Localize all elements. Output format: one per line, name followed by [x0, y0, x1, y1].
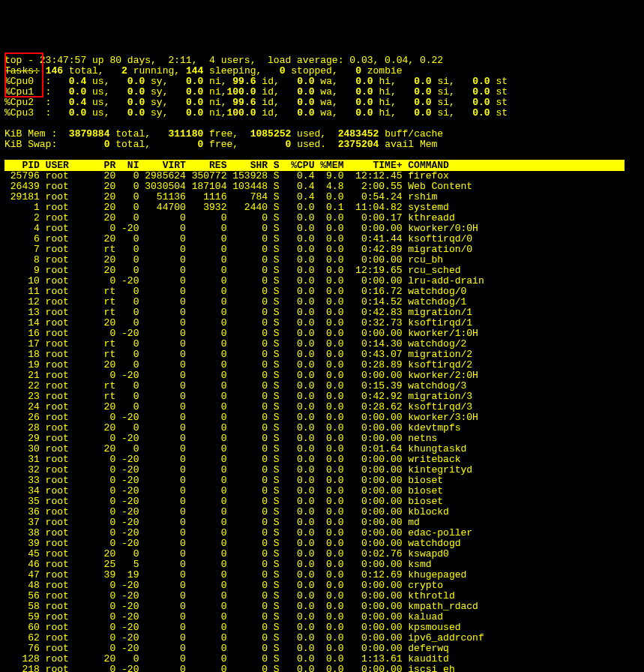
process-row[interactable]: 31 root 0 -20 0 0 0 S 0.0 0.0 0:00.00 wr… [4, 454, 461, 465]
process-row[interactable]: 29 root 0 -20 0 0 0 S 0.0 0.0 0:00.00 ne… [4, 433, 437, 444]
cpu-lines: %Cpu0 : 0.4 us, 0.0 sy, 0.0 ni, 99.6 id,… [4, 76, 640, 118]
terminal[interactable]: top - 23:47:57 up 80 days, 2:11, 4 users… [0, 32, 644, 672]
process-list: 25796 root 20 0 2985624 350772 153928 S … [4, 171, 640, 672]
process-row[interactable]: 34 root 0 -20 0 0 0 S 0.0 0.0 0:00.00 bi… [4, 485, 443, 496]
process-row[interactable]: 56 root 0 -20 0 0 0 S 0.0 0.0 0:00.00 kt… [4, 590, 455, 602]
process-row[interactable]: 26439 root 20 0 3030504 187104 103448 S … [4, 181, 472, 192]
process-row[interactable]: 12 root rt 0 0 0 0 S 0.0 0.0 0:14.52 wat… [4, 296, 466, 308]
process-row[interactable]: 76 root 0 -20 0 0 0 S 0.0 0.0 0:00.00 de… [4, 643, 449, 654]
process-row[interactable]: 62 root 0 -20 0 0 0 S 0.0 0.0 0:00.00 ip… [4, 632, 484, 644]
process-row[interactable]: 60 root 0 -20 0 0 0 S 0.0 0.0 0:00.00 kp… [4, 622, 461, 633]
process-row[interactable]: 46 root 25 5 0 0 0 S 0.0 0.0 0:00.00 ksm… [4, 559, 432, 570]
process-row[interactable]: 28 root 20 0 0 0 0 S 0.0 0.0 0:00.00 kde… [4, 422, 461, 434]
process-row[interactable]: 36 root 0 -20 0 0 0 S 0.0 0.0 0:00.00 kb… [4, 506, 449, 518]
process-row[interactable]: 19 root 20 0 0 0 0 S 0.0 0.0 0:28.89 kso… [4, 359, 472, 370]
process-row[interactable]: 11 root rt 0 0 0 0 S 0.0 0.0 0:16.72 wat… [4, 286, 466, 297]
uptime-line: top - 23:47:57 up 80 days, 2:11, 4 users… [4, 55, 443, 66]
process-row[interactable]: 32 root 0 -20 0 0 0 S 0.0 0.0 0:00.00 ki… [4, 464, 472, 476]
process-row[interactable]: 21 root 0 -20 0 0 0 S 0.0 0.0 0:00.00 kw… [4, 370, 478, 381]
tasks-line: Tasks: 146 total, 2 running, 144 sleepin… [4, 65, 403, 76]
process-row[interactable]: 17 root rt 0 0 0 0 S 0.0 0.0 0:14.30 wat… [4, 338, 466, 350]
process-row[interactable]: 47 root 39 19 0 0 0 S 0.0 0.0 0:12.69 kh… [4, 569, 466, 580]
column-header[interactable]: PID USER PR NI VIRT RES SHR S %CPU %MEM … [4, 160, 625, 171]
process-row[interactable]: 1 root 20 0 44700 3932 2440 S 0.0 0.1 11… [4, 202, 449, 213]
process-row[interactable]: 30 root 20 0 0 0 0 S 0.0 0.0 0:01.64 khu… [4, 443, 466, 454]
process-row[interactable]: 9 root 20 0 0 0 0 S 0.0 0.0 12:19.65 rcu… [4, 265, 461, 276]
process-row[interactable]: 48 root 0 -20 0 0 0 S 0.0 0.0 0:00.00 cr… [4, 580, 443, 591]
process-row[interactable]: 6 root 20 0 0 0 0 S 0.0 0.0 0:41.44 ksof… [4, 233, 472, 244]
process-row[interactable]: 25796 root 20 0 2985624 350772 153928 S … [4, 170, 449, 182]
process-row[interactable]: 218 root 0 -20 0 0 0 S 0.0 0.0 0:00.00 i… [4, 664, 455, 672]
swap-line: KiB Swap: 0 total, 0 free, 0 used. 23752… [4, 139, 437, 150]
process-row[interactable]: 22 root rt 0 0 0 0 S 0.0 0.0 0:15.39 wat… [4, 380, 466, 392]
process-row[interactable]: 8 root 20 0 0 0 0 S 0.0 0.0 0:00.00 rcu_… [4, 254, 443, 266]
process-row[interactable]: 24 root 20 0 0 0 0 S 0.0 0.0 0:28.62 kso… [4, 401, 472, 412]
process-row[interactable]: 18 root rt 0 0 0 0 S 0.0 0.0 0:43.07 mig… [4, 349, 472, 360]
process-row[interactable]: 58 root 0 -20 0 0 0 S 0.0 0.0 0:00.00 km… [4, 601, 478, 612]
process-row[interactable]: 23 root rt 0 0 0 0 S 0.0 0.0 0:42.92 mig… [4, 391, 472, 402]
process-row[interactable]: 14 root 20 0 0 0 0 S 0.0 0.0 0:32.73 kso… [4, 317, 472, 328]
process-row[interactable]: 38 root 0 -20 0 0 0 S 0.0 0.0 0:00.00 ed… [4, 527, 472, 538]
process-row[interactable]: 39 root 0 -20 0 0 0 S 0.0 0.0 0:00.00 wa… [4, 538, 461, 549]
process-row[interactable]: 37 root 0 -20 0 0 0 S 0.0 0.0 0:00.00 md [4, 517, 420, 528]
process-row[interactable]: 128 root 20 0 0 0 0 S 0.0 0.0 1:13.61 ka… [4, 653, 449, 664]
process-row[interactable]: 29181 root 20 0 51136 1116 784 S 0.4 0.0… [4, 191, 437, 202]
process-row[interactable]: 45 root 20 0 0 0 0 S 0.0 0.0 0:02.76 ksw… [4, 548, 449, 560]
process-row[interactable]: 10 root 0 -20 0 0 0 S 0.0 0.0 0:00.00 lr… [4, 275, 484, 286]
process-row[interactable]: 59 root 0 -20 0 0 0 S 0.0 0.0 0:00.00 ka… [4, 611, 443, 622]
mem-line: KiB Mem : 3879884 total, 311180 free, 10… [4, 128, 443, 140]
process-row[interactable]: 7 root rt 0 0 0 0 S 0.0 0.0 0:42.89 migr… [4, 244, 472, 255]
process-row[interactable]: 16 root 0 -20 0 0 0 S 0.0 0.0 0:00.00 kw… [4, 328, 478, 339]
process-row[interactable]: 2 root 20 0 0 0 0 S 0.0 0.0 0:00.17 kthr… [4, 212, 455, 224]
process-row[interactable]: 13 root rt 0 0 0 0 S 0.0 0.0 0:42.83 mig… [4, 307, 472, 318]
process-row[interactable]: 33 root 0 -20 0 0 0 S 0.0 0.0 0:00.00 bi… [4, 475, 443, 486]
process-row[interactable]: 35 root 0 -20 0 0 0 S 0.0 0.0 0:00.00 bi… [4, 496, 443, 507]
process-row[interactable]: 4 root 0 -20 0 0 0 S 0.0 0.0 0:00.00 kwo… [4, 223, 478, 234]
process-row[interactable]: 26 root 0 -20 0 0 0 S 0.0 0.0 0:00.00 kw… [4, 412, 478, 423]
